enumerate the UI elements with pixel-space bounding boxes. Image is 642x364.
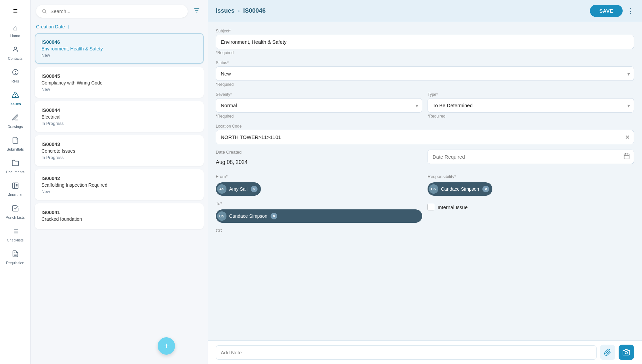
type-select-wrap: To Be Determined Safety Quality Design ▾ (428, 98, 634, 113)
search-input-wrap (36, 5, 188, 18)
date-created-value: Aug 08, 2024 (216, 156, 422, 169)
sidebar-item-label: Documents (6, 170, 25, 174)
sidebar-item-label: Home (10, 34, 20, 38)
attach-button[interactable] (600, 345, 615, 360)
sidebar-item-submittals[interactable]: Submittals (0, 133, 30, 155)
from-person-name: Amy Sail (229, 186, 248, 192)
sidebar-item-requisition[interactable]: Requisition (0, 247, 30, 268)
location-clear-button[interactable]: ✕ (625, 134, 630, 141)
severity-select-wrap: Normal Low Medium High Critical ▾ (216, 98, 422, 113)
sidebar-item-label: Drawings (8, 125, 23, 129)
to-internal-row: To* CS Candace Simpson ✕ Internal Issue (216, 201, 634, 223)
cc-label: CC (216, 228, 634, 233)
issues-list-panel: Creation Date ↓ IS00046 Environment, Hea… (31, 0, 208, 364)
subject-required-note: *Required (216, 50, 634, 55)
svg-point-3 (15, 73, 16, 74)
hamburger-icon: ☰ (13, 8, 18, 14)
filter-button[interactable] (191, 5, 202, 18)
date-required-field-group (428, 150, 634, 164)
drawings-icon (12, 114, 19, 123)
filter-icon (193, 7, 200, 14)
status-label: Status* (216, 60, 634, 65)
issue-id: IS00042 (41, 175, 197, 181)
severity-field-group: Severity* Normal Low Medium High Critica… (216, 92, 422, 119)
more-options-button[interactable]: ⋮ (627, 7, 634, 15)
sort-row[interactable]: Creation Date ↓ (31, 22, 208, 33)
breadcrumb-issues: Issues (216, 7, 234, 14)
issue-card-IS00043[interactable]: IS00043 Concrete Issues In Progress (35, 135, 204, 166)
date-created-label: Date Created (216, 150, 422, 155)
journals-icon (12, 182, 19, 191)
to-name: Candace Simpson (229, 213, 267, 219)
requisition-icon (12, 250, 19, 259)
severity-required-note: *Required (216, 114, 422, 119)
subject-field-group: Subject* *Required (216, 29, 634, 55)
location-input[interactable] (216, 130, 634, 144)
issue-card-IS00041[interactable]: IS00041 Cracked foundation (35, 203, 204, 229)
to-label: To* (216, 201, 422, 206)
sidebar-item-label: Checklists (7, 238, 23, 242)
subject-label: Subject* (216, 29, 634, 33)
sidebar-item-label: Issues (9, 102, 21, 106)
date-required-input[interactable] (428, 150, 634, 164)
camera-button[interactable] (619, 345, 634, 360)
add-note-input[interactable] (216, 345, 597, 360)
sidebar-item-punch-lists[interactable]: Punch Lists (0, 201, 30, 223)
sidebar-item-rfis[interactable]: RFIs (0, 65, 30, 86)
issue-card-IS00044[interactable]: IS00044 Electrical In Progress (35, 101, 204, 132)
from-chip-wrap: AS Amy Sail ✕ (216, 182, 422, 196)
search-bar (31, 0, 208, 22)
sidebar-item-home[interactable]: ⌂ Home (0, 20, 30, 41)
issue-card-IS00046[interactable]: IS00046 Environment, Health & Safety New (35, 33, 204, 64)
subject-input[interactable] (216, 35, 634, 49)
cc-field-group: CC (216, 228, 634, 235)
svg-point-19 (42, 9, 46, 13)
type-field-group: Type* To Be Determined Safety Quality De… (428, 92, 634, 119)
responsibility-remove-button[interactable]: ✕ (482, 186, 489, 192)
home-icon: ⌂ (13, 24, 17, 32)
sidebar-item-journals[interactable]: Journals (0, 179, 30, 200)
sidebar-item-label: Journals (8, 193, 22, 197)
sidebar: ☰ ⌂ Home Contacts RFIs Issues Drawings S… (0, 0, 31, 364)
issues-list: IS00046 Environment, Health & Safety New… (31, 33, 208, 364)
location-label: Location Code (216, 124, 634, 129)
sidebar-item-documents[interactable]: Documents (0, 156, 30, 177)
sidebar-item-contacts[interactable]: Contacts (0, 42, 30, 64)
location-field-group: Location Code ✕ (216, 124, 634, 144)
responsibility-field-group: Responsibility* CS Candace Simpson ✕ (428, 174, 634, 196)
sidebar-item-drawings[interactable]: Drawings (0, 111, 30, 132)
issue-status: In Progress (41, 121, 197, 126)
issue-id: IS00045 (41, 73, 197, 79)
sidebar-item-checklists[interactable]: Checklists (0, 224, 30, 245)
severity-select[interactable]: Normal Low Medium High Critical (216, 98, 422, 113)
issue-id: IS00043 (41, 141, 197, 147)
issue-title: Electrical (41, 114, 197, 120)
sidebar-item-issues[interactable]: Issues (0, 88, 30, 109)
issue-id: IS00044 (41, 107, 197, 113)
type-select[interactable]: To Be Determined Safety Quality Design (428, 98, 634, 113)
sort-arrow: ↓ (67, 24, 69, 30)
from-remove-button[interactable]: ✕ (251, 186, 258, 192)
add-issue-button[interactable]: + (158, 337, 175, 355)
internal-issue-row: Internal Issue (428, 204, 634, 210)
issue-card-IS00045[interactable]: IS00045 Compliancy with Wiring Code New (35, 67, 204, 98)
save-button[interactable]: SAVE (590, 5, 623, 17)
camera-icon (623, 349, 630, 356)
detail-header-actions: SAVE ⋮ (590, 5, 634, 17)
date-required-wrap (428, 150, 634, 164)
severity-type-row: Severity* Normal Low Medium High Critica… (216, 92, 634, 119)
internal-issue-field-group: Internal Issue (428, 201, 634, 223)
from-avatar: AS (217, 184, 226, 194)
contacts-icon (12, 46, 19, 55)
to-field-group: To* CS Candace Simpson ✕ (216, 201, 422, 223)
issue-title: Cracked foundation (41, 216, 197, 222)
to-remove-button[interactable]: ✕ (271, 213, 277, 219)
status-select[interactable]: New In Progress Closed Resolved (216, 66, 634, 81)
attach-icon (604, 349, 611, 356)
responsibility-avatar: CS (429, 184, 438, 194)
search-input[interactable] (50, 8, 182, 14)
from-chip: AS Amy Sail ✕ (216, 182, 261, 196)
issue-card-IS00042[interactable]: IS00042 Scaffolding Inspection Required … (35, 169, 204, 200)
internal-issue-checkbox[interactable] (428, 204, 434, 210)
hamburger-button[interactable]: ☰ (0, 4, 30, 20)
